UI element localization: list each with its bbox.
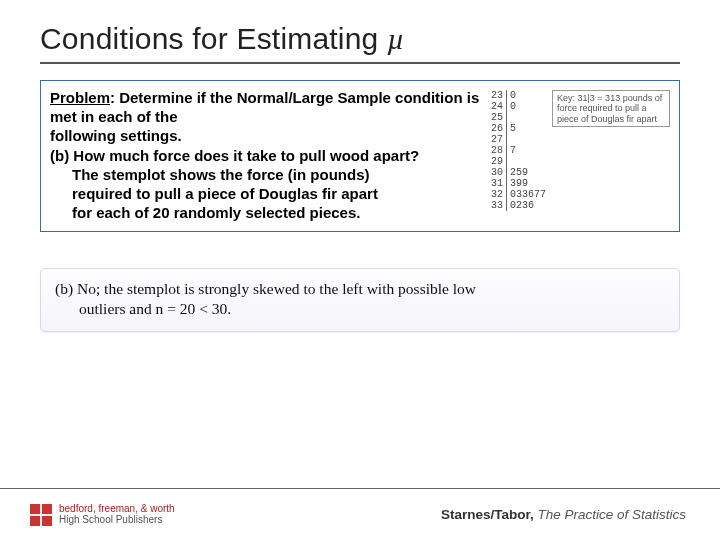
publisher-line-2: High School Publishers <box>59 515 175 526</box>
problem-label: Problem <box>50 89 110 106</box>
mu-symbol: µ <box>387 22 405 55</box>
answer-box: (b) No; the stemplot is strongly skewed … <box>40 268 680 332</box>
leaf-row: 0 <box>510 90 546 101</box>
stem-row: 32 <box>491 189 503 200</box>
leaf-row: 259 <box>510 167 546 178</box>
stemplot-key: Key: 31|3 = 313 pounds of force required… <box>552 90 670 127</box>
stemplot-stems: 23 24 25 26 27 28 29 30 31 32 33 <box>491 90 507 211</box>
title-divider <box>40 62 680 64</box>
answer-line-1: (b) No; the stemplot is strongly skewed … <box>55 280 476 297</box>
stem-row: 29 <box>491 156 503 167</box>
stemplot-leaves: 0 0 5 7 259 399 033677 0236 <box>507 90 546 211</box>
svg-rect-1 <box>42 504 52 514</box>
credit-book: The Practice of Statistics <box>534 507 686 522</box>
problem-intro: : Determine if the Normal/Large Sample c… <box>50 89 479 125</box>
leaf-row: 7 <box>510 145 546 156</box>
leaf-row: 5 <box>510 123 546 134</box>
footer: bedford, freeman, & worth High School Pu… <box>0 488 720 540</box>
publisher-block: bedford, freeman, & worth High School Pu… <box>30 504 175 526</box>
problem-detail-1: The stemplot shows the force (in pounds) <box>50 165 483 184</box>
problem-box: Problem: Determine if the Normal/Large S… <box>40 80 680 232</box>
stem-row: 33 <box>491 200 503 211</box>
leaf-row: 0 <box>510 101 546 112</box>
problem-detail-3: for each of 20 randomly selected pieces. <box>50 203 483 222</box>
problem-part-b: (b) How much force does it take to pull … <box>50 146 483 165</box>
stem-row: 25 <box>491 112 503 123</box>
stem-row: 27 <box>491 134 503 145</box>
stem-row: 23 <box>491 90 503 101</box>
credit-text: Starnes/Tabor, The Practice of Statistic… <box>441 507 686 522</box>
leaf-row <box>510 134 546 145</box>
leaf-row <box>510 112 546 123</box>
title-text: Conditions for Estimating <box>40 22 387 55</box>
svg-rect-2 <box>30 515 40 525</box>
publisher-logo-icon <box>30 504 52 526</box>
stem-row: 31 <box>491 178 503 189</box>
leaf-row: 033677 <box>510 189 546 200</box>
stem-row: 26 <box>491 123 503 134</box>
problem-text: Problem: Determine if the Normal/Large S… <box>50 88 483 222</box>
answer-line-2: outliers and n = 20 < 30. <box>55 299 231 319</box>
page-title: Conditions for Estimating µ <box>40 22 680 56</box>
publisher-line-1: bedford, freeman, & worth <box>59 504 175 515</box>
credit-authors: Starnes/Tabor, <box>441 507 534 522</box>
stem-row: 30 <box>491 167 503 178</box>
publisher-text: bedford, freeman, & worth High School Pu… <box>59 504 175 525</box>
stem-row: 28 <box>491 145 503 156</box>
svg-rect-0 <box>30 504 40 514</box>
stemplot-area: 23 24 25 26 27 28 29 30 31 32 33 0 <box>491 90 670 222</box>
leaf-row: 399 <box>510 178 546 189</box>
problem-detail-2: required to pull a piece of Douglas fir … <box>50 184 483 203</box>
stemplot: 23 24 25 26 27 28 29 30 31 32 33 0 <box>491 90 546 211</box>
problem-following: following settings. <box>50 126 483 145</box>
stem-row: 24 <box>491 101 503 112</box>
svg-rect-3 <box>42 515 52 525</box>
leaf-row <box>510 156 546 167</box>
leaf-row: 0236 <box>510 200 546 211</box>
